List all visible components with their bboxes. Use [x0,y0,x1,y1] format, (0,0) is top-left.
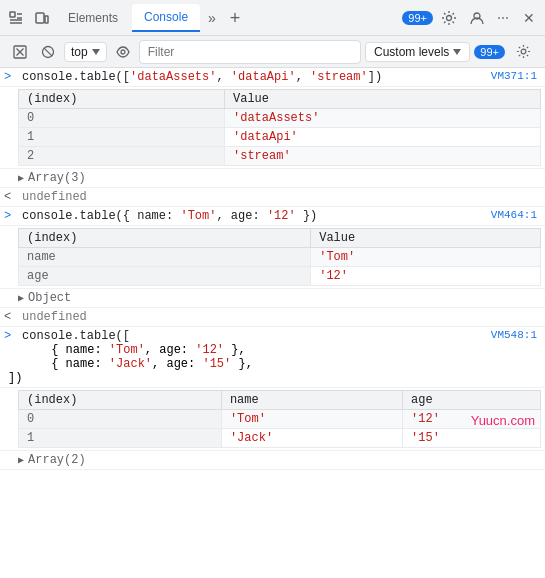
undefined-output-1: < undefined [0,188,545,207]
device-icon[interactable] [30,6,54,30]
console-content: > console.table(['dataAssets', 'dataApi'… [0,68,545,578]
td-age: '15' [403,429,541,448]
td-index: age [19,267,311,286]
td-index: name [19,248,311,267]
code-1: console.table(['dataAssets', 'dataApi', … [22,70,382,84]
person-icon[interactable] [465,6,489,30]
tab-notification-badge: 99+ [402,11,433,25]
console-table-2: (index) Value name 'Tom' age '12' [18,228,541,286]
td-value: 'stream' [225,147,541,166]
arrow-icon-2: ▶ [18,292,24,304]
close-icon[interactable]: ✕ [517,6,541,30]
code-3-line4: ]) [4,371,22,385]
expander-label-2: Object [28,291,71,305]
svg-rect-1 [36,13,44,23]
expander-3[interactable]: ▶ Array(2) [0,451,545,470]
tab-more[interactable]: » [202,6,222,30]
prompt-2: > [4,209,18,223]
td-name: 'Tom' [221,410,402,429]
inspect-icon[interactable] [4,6,28,30]
console-input-1: > console.table(['dataAssets', 'dataApi'… [0,68,545,87]
code-3-line2: { name: 'Tom', age: '12' }, [4,343,246,357]
th-index-1: (index) [19,90,225,109]
th-value-1: Value [225,90,541,109]
undefined-output-2: < undefined [0,308,545,327]
console-table-1: (index) Value 0 'dataAssets' 1 'dataApi'… [18,89,541,166]
ban-icon[interactable] [36,40,60,64]
console-input-3: > console.table([ VM548:1 { name: 'Tom',… [0,327,545,388]
code-2: console.table({ name: 'Tom', age: '12' }… [22,209,317,223]
levels-label: Custom levels [374,45,449,59]
table-row: name 'Tom' [19,248,541,267]
filter-input[interactable] [139,40,361,64]
eye-icon[interactable] [111,40,135,64]
tab-console[interactable]: Console [132,4,200,32]
vm-link-3[interactable]: VM548:1 [491,329,541,341]
tab-add[interactable]: + [224,5,247,31]
watermark: Yuucn.com [471,413,535,428]
vm-link-2[interactable]: VM464:1 [491,209,541,221]
toolbar: top Custom levels 99+ [0,36,545,68]
table-wrapper-3: (index) name age 0 'Tom' '12' 1 'Jack' '… [0,390,545,451]
table-row: 1 'Jack' '15' [19,429,541,448]
expander-label-3: Array(2) [28,453,86,467]
th-value-2: Value [311,229,541,248]
table-row: 1 'dataApi' [19,128,541,147]
svg-point-8 [521,49,526,54]
svg-rect-2 [45,16,48,23]
toolbar-badge: 99+ [474,45,505,59]
td-value: 'dataAssets' [225,109,541,128]
expander-label-1: Array(3) [28,171,86,185]
undefined-text-1: undefined [22,190,87,204]
vm-link-1[interactable]: VM371:1 [491,70,541,82]
table-wrapper-2: (index) Value name 'Tom' age '12' [0,228,545,289]
expander-1[interactable]: ▶ Array(3) [0,169,545,188]
prompt-1: > [4,70,18,84]
td-index: 2 [19,147,225,166]
levels-selector[interactable]: Custom levels [365,42,470,62]
more-options-icon[interactable]: ⋯ [491,7,515,29]
code-3-line1: console.table([ [22,329,130,343]
settings-icon[interactable] [435,4,463,32]
toolbar-settings-icon[interactable] [509,38,537,66]
table-row: 0 'dataAssets' [19,109,541,128]
console-table-3: (index) name age 0 'Tom' '12' 1 'Jack' '… [18,390,541,448]
expander-2[interactable]: ▶ Object [0,289,545,308]
td-index: 0 [19,410,222,429]
context-selector[interactable]: top [64,42,107,62]
td-index: 0 [19,109,225,128]
left-prompt-2: < [4,310,18,324]
svg-rect-0 [10,12,15,17]
svg-point-3 [447,15,452,20]
tab-elements[interactable]: Elements [56,5,130,31]
table-row: age '12' [19,267,541,286]
console-input-2: > console.table({ name: 'Tom', age: '12'… [0,207,545,226]
arrow-icon-3: ▶ [18,454,24,466]
table-row: 2 'stream' [19,147,541,166]
td-index: 1 [19,429,222,448]
svg-point-7 [121,50,125,54]
tab-bar: Elements Console » + 99+ ⋯ ✕ [0,0,545,36]
td-value: 'Tom' [311,248,541,267]
clear-console-button[interactable] [8,40,32,64]
td-value: '12' [311,267,541,286]
td-value: 'dataApi' [225,128,541,147]
context-label: top [71,45,88,59]
th-name-3: name [221,391,402,410]
td-name: 'Jack' [221,429,402,448]
td-index: 1 [19,128,225,147]
left-prompt-1: < [4,190,18,204]
code-3-line3: { name: 'Jack', age: '15' }, [4,357,253,371]
th-age-3: age [403,391,541,410]
undefined-text-2: undefined [22,310,87,324]
prompt-3: > [4,329,18,343]
th-index-3: (index) [19,391,222,410]
arrow-icon-1: ▶ [18,172,24,184]
table-row: 0 'Tom' '12' [19,410,541,429]
table-wrapper-1: (index) Value 0 'dataAssets' 1 'dataApi'… [0,89,545,169]
th-index-2: (index) [19,229,311,248]
